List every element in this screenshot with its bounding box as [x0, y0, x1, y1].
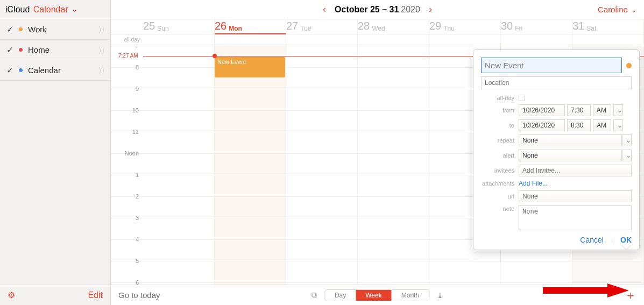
hour-label: 9	[111, 86, 143, 107]
view-day-button[interactable]: Day	[325, 290, 356, 301]
day-header-sun[interactable]: 25Sun	[143, 19, 215, 34]
share-icon[interactable]: ⟩⟩	[98, 66, 105, 75]
user-menu[interactable]: Caroline ⌄	[598, 5, 636, 14]
brand-name-app: Calendar	[33, 5, 68, 15]
calendar-item-home[interactable]: ✓ Home ⟩⟩	[0, 40, 110, 60]
check-icon: ✓	[6, 24, 13, 34]
calendar-color-dot	[19, 27, 23, 31]
hour-label: 5	[111, 258, 143, 279]
date-range-year: 2020	[401, 5, 420, 15]
gear-icon[interactable]: ⚙	[8, 290, 15, 300]
event-title: New Event	[217, 59, 246, 65]
copy-icon[interactable]: ⧉	[312, 290, 317, 300]
note-label: note	[481, 205, 519, 212]
hour-label: Noon	[111, 150, 143, 171]
next-week-button[interactable]: ›	[420, 4, 441, 15]
view-month-button[interactable]: Month	[392, 290, 429, 301]
calendar-color-dot	[19, 48, 23, 52]
prev-week-button[interactable]: ‹	[314, 4, 335, 15]
view-segmented-control: Day Week Month	[324, 289, 429, 301]
check-icon: ✓	[6, 45, 13, 55]
allday-row: all-day	[111, 34, 644, 46]
to-label: to	[481, 122, 519, 129]
bottom-bar: ⧉ Day Week Month ⤓ ＋	[111, 285, 644, 305]
chevron-down-icon[interactable]: ⌄	[622, 150, 632, 161]
chevron-down-icon[interactable]: ⌄	[622, 134, 632, 146]
add-event-button[interactable]: ＋	[625, 287, 636, 303]
calendar-list: ✓ Work ⟩⟩ ✓ Home ⟩⟩ ✓ Calendar ⟩⟩	[0, 19, 110, 285]
event-editor-popover: all-day from ⌄ to ⌄ repeat None⌄	[473, 49, 640, 250]
alert-label: alert	[481, 152, 519, 159]
from-ampm-input[interactable]	[593, 104, 611, 116]
hour-label: 11	[111, 129, 143, 150]
url-label: url	[481, 193, 519, 200]
day-header-fri[interactable]: 30Fri	[501, 19, 572, 34]
calendar-item-label: Work	[28, 25, 47, 34]
calendar-event[interactable]: New Event	[215, 57, 285, 77]
from-date-input[interactable]	[519, 104, 565, 116]
sidebar: iCloud Calendar ⌄ ✓ Work ⟩⟩ ✓ Home ⟩⟩ ✓ …	[0, 0, 111, 305]
calendar-item-work[interactable]: ✓ Work ⟩⟩	[0, 19, 110, 40]
top-bar: ‹ October 25 – 31 2020 › Caroline ⌄	[111, 0, 644, 19]
day-header-mon[interactable]: 26Mon	[215, 19, 286, 34]
note-textarea[interactable]	[519, 205, 632, 230]
user-name: Caroline	[598, 5, 628, 14]
add-file-link[interactable]: Add File...	[519, 180, 548, 187]
day-header-row: 25Sun 26Mon 27Tue 28Wed 29Thu 30Fri 31Sa…	[111, 19, 644, 34]
brand-switcher[interactable]: iCloud Calendar ⌄	[0, 0, 110, 19]
day-header-sat[interactable]: 31Sat	[572, 19, 644, 34]
check-icon: ✓	[6, 65, 13, 75]
from-time-input[interactable]	[567, 104, 591, 116]
share-icon[interactable]: ⟩⟩	[98, 45, 105, 55]
calendar-item-label: Home	[28, 45, 49, 54]
day-header-thu[interactable]: 29Thu	[429, 19, 501, 34]
hour-label: 4	[111, 236, 143, 257]
view-week-button[interactable]: Week	[356, 290, 391, 301]
edit-button[interactable]: Edit	[88, 290, 103, 300]
from-label: from	[481, 107, 519, 114]
repeat-select[interactable]: None	[519, 134, 622, 146]
calendar-item-label: Calendar	[28, 66, 61, 75]
event-location-input[interactable]	[481, 76, 632, 89]
to-ampm-dropdown[interactable]: ⌄	[613, 119, 623, 131]
chevron-down-icon: ⌄	[631, 6, 636, 14]
calendar-item-calendar[interactable]: ✓ Calendar ⟩⟩	[0, 60, 110, 81]
repeat-label: repeat	[481, 137, 519, 144]
brand-name-plain: iCloud	[5, 5, 30, 15]
allday-checkbox[interactable]	[519, 95, 525, 101]
hour-label: 10	[111, 107, 143, 128]
from-ampm-dropdown[interactable]: ⌄	[613, 104, 623, 116]
attachments-label: attachments	[481, 180, 519, 187]
invitees-label: invitees	[481, 167, 519, 174]
current-time-label: 7:27 AM	[118, 53, 138, 59]
ok-button[interactable]: OK	[620, 236, 632, 244]
allday-label: all-day	[111, 34, 143, 46]
invitees-input[interactable]	[519, 165, 632, 176]
to-ampm-input[interactable]	[593, 119, 611, 131]
cancel-button[interactable]: Cancel	[580, 236, 604, 244]
goto-today-input[interactable]	[118, 290, 204, 300]
allday-label: all-day	[481, 95, 519, 101]
hour-label: 2	[111, 193, 143, 214]
day-header-tue[interactable]: 27Tue	[286, 19, 358, 34]
current-time-dot	[213, 54, 217, 58]
hour-label: 8	[111, 64, 143, 85]
main-area: ‹ October 25 – 31 2020 › Caroline ⌄ 25Su…	[111, 0, 644, 305]
calendar-color-dot	[19, 68, 23, 72]
download-icon[interactable]: ⤓	[437, 291, 443, 300]
date-range: October 25 – 31	[335, 5, 399, 15]
hour-label: 6	[111, 279, 143, 285]
to-time-input[interactable]	[567, 119, 591, 131]
day-header-wed[interactable]: 28Wed	[358, 19, 429, 34]
hour-label: 3	[111, 215, 143, 236]
share-icon[interactable]: ⟩⟩	[98, 25, 105, 34]
to-date-input[interactable]	[519, 119, 565, 131]
alert-select[interactable]: None	[519, 150, 622, 161]
event-title-input[interactable]	[481, 58, 622, 73]
url-input[interactable]	[519, 190, 632, 202]
chevron-down-icon: ⌄	[72, 5, 77, 13]
calendar-color-picker[interactable]	[626, 63, 632, 68]
hour-label: 1	[111, 172, 143, 193]
